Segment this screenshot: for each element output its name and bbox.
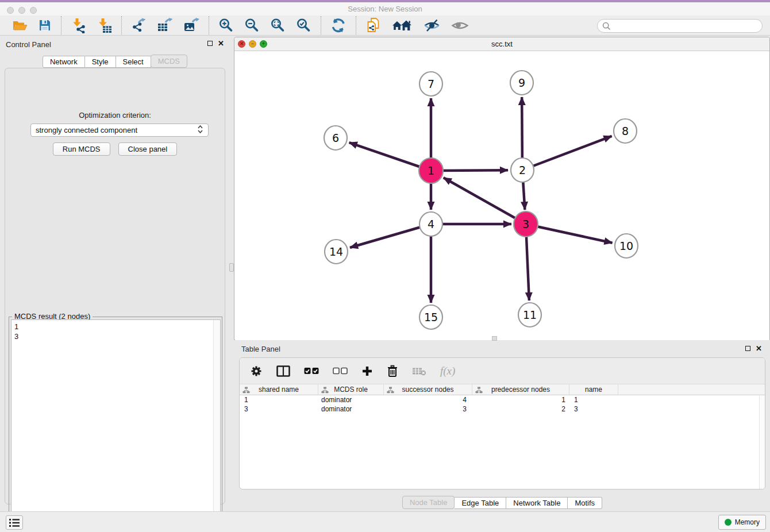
tab-style[interactable]: Style — [85, 56, 116, 68]
control-panel-header: Control Panel ✕ — [0, 39, 230, 51]
graph-edge-3-1[interactable] — [444, 178, 526, 224]
search-box[interactable] — [597, 19, 763, 33]
network-canvas[interactable]: 1234678910111415 — [235, 51, 769, 340]
table-row[interactable]: 3 dominator 3 2 3 — [240, 404, 765, 414]
close-panel-button[interactable]: Close panel — [118, 142, 178, 156]
tab-mcds[interactable]: MCDS — [151, 55, 187, 68]
table-toolbar: f(x) — [240, 358, 765, 384]
graph-node-15[interactable]: 15 — [419, 305, 442, 329]
network-window-title: scc.txt — [234, 40, 769, 48]
graph-edge-1-6[interactable] — [349, 142, 431, 171]
vertical-split-handle[interactable] — [229, 263, 234, 272]
network-overview-button[interactable] — [387, 16, 418, 35]
delete-table-button[interactable] — [412, 367, 426, 376]
graph-edge-3-10[interactable] — [526, 224, 613, 243]
plus-icon — [361, 365, 373, 377]
show-graphics-details-button[interactable] — [446, 16, 474, 35]
graph-node-8[interactable]: 8 — [614, 119, 637, 143]
tab-network-table[interactable]: Network Table — [506, 497, 568, 509]
network-graph: 1234678910111415 — [235, 51, 769, 340]
table-panel-close-icon[interactable]: ✕ — [756, 345, 762, 352]
clone-network-button[interactable] — [360, 16, 387, 35]
task-history-button[interactable] — [6, 515, 23, 530]
column-label: predecessor nodes — [491, 385, 550, 394]
table-tabs: Node Table Edge Table Network Table Moti… — [234, 496, 770, 509]
zoom-out-button[interactable] — [239, 16, 265, 35]
graph-node-14[interactable]: 14 — [325, 240, 348, 264]
graph-node-4[interactable]: 4 — [419, 212, 442, 236]
graph-node-10[interactable]: 10 — [615, 234, 638, 258]
export-network-button[interactable] — [126, 16, 152, 35]
deselect-all-button[interactable] — [333, 367, 348, 375]
column-header-shared-name[interactable]: shared name — [240, 384, 318, 395]
control-panel-tabs: Network Style Select MCDS — [0, 55, 230, 68]
graph-node-1[interactable]: 1 — [419, 158, 443, 183]
mcds-panel: Optimization criterion: strongly connect… — [5, 68, 225, 504]
tab-network[interactable]: Network — [43, 56, 85, 68]
horizontal-split-handle[interactable] — [492, 336, 497, 341]
graph-node-11[interactable]: 11 — [518, 303, 541, 327]
cell-shared-name: 1 — [240, 395, 318, 404]
trash-icon — [387, 365, 398, 377]
export-network-icon — [131, 18, 147, 33]
search-input[interactable] — [614, 22, 762, 30]
memory-button[interactable]: Memory — [718, 515, 766, 530]
split-panel-button[interactable] — [276, 365, 290, 377]
graph-edge-4-14[interactable] — [350, 224, 431, 248]
tab-node-table[interactable]: Node Table — [402, 496, 455, 509]
import-network-button[interactable] — [66, 16, 91, 35]
mcds-result-groupbox: MCDS result (2 nodes) 1 3 — [9, 317, 222, 532]
apply-layout-button[interactable] — [325, 16, 352, 35]
graph-node-7[interactable]: 7 — [419, 72, 442, 96]
column-header-name[interactable]: name — [569, 384, 618, 395]
graph-node-3[interactable]: 3 — [514, 211, 538, 237]
zoom-in-button[interactable] — [213, 16, 239, 35]
graph-node-6[interactable]: 6 — [324, 126, 347, 150]
control-panel-close-icon[interactable]: ✕ — [218, 40, 224, 47]
zoom-selected-icon — [296, 18, 311, 33]
zoom-fit-button[interactable] — [265, 16, 291, 35]
mcds-result-textarea[interactable]: 1 3 — [11, 319, 221, 532]
table-panel: Table Panel ✕ — [234, 342, 770, 511]
function-builder-button[interactable]: f(x) — [440, 365, 455, 377]
add-column-button[interactable] — [361, 365, 373, 377]
cell-name: 1 — [569, 395, 618, 404]
svg-text:6: 6 — [332, 132, 339, 144]
table-row[interactable]: 1 dominator 4 1 1 — [240, 395, 765, 404]
select-all-button[interactable] — [304, 367, 319, 375]
result-line: 3 — [14, 331, 217, 341]
graph-edge-2-8[interactable] — [522, 136, 612, 170]
control-panel-title: Control Panel — [6, 40, 51, 49]
delete-rows-button[interactable] — [387, 365, 398, 377]
zoom-out-icon — [244, 18, 260, 33]
graph-node-9[interactable]: 9 — [510, 71, 533, 95]
export-image-button[interactable] — [178, 16, 205, 35]
column-type-icon — [242, 387, 250, 394]
column-header-successor-nodes[interactable]: successor nodes — [384, 384, 472, 395]
cell-shared-name: 3 — [240, 404, 318, 414]
zoom-selected-button[interactable] — [291, 16, 317, 35]
import-table-button[interactable] — [91, 16, 117, 35]
criterion-select[interactable]: strongly connected component — [30, 124, 209, 137]
column-header-predecessor-nodes[interactable]: predecessor nodes — [472, 384, 569, 395]
table-scrollbar[interactable] — [759, 396, 765, 489]
export-table-button[interactable] — [152, 16, 178, 35]
table-panel-float-icon[interactable] — [745, 346, 750, 351]
table-mode-button[interactable] — [250, 365, 263, 377]
toolbar-separator — [321, 16, 321, 34]
graph-node-2[interactable]: 2 — [511, 158, 534, 182]
open-session-button[interactable] — [7, 16, 33, 35]
hide-graphics-details-button[interactable] — [418, 16, 446, 35]
list-icon — [9, 518, 20, 527]
tab-edge-table[interactable]: Edge Table — [455, 497, 506, 509]
column-header-mcds-role[interactable]: MCDS role — [318, 384, 384, 395]
control-panel-float-icon[interactable] — [207, 41, 213, 46]
run-mcds-button[interactable]: Run MCDS — [53, 142, 110, 156]
import-network-icon — [71, 18, 86, 33]
save-session-button[interactable] — [33, 16, 57, 35]
result-scrollbar[interactable] — [213, 320, 220, 531]
tab-select[interactable]: Select — [116, 56, 151, 68]
memory-status-icon — [725, 519, 732, 526]
tab-motifs[interactable]: Motifs — [568, 497, 602, 509]
unchecked-boxes-icon — [333, 367, 348, 375]
